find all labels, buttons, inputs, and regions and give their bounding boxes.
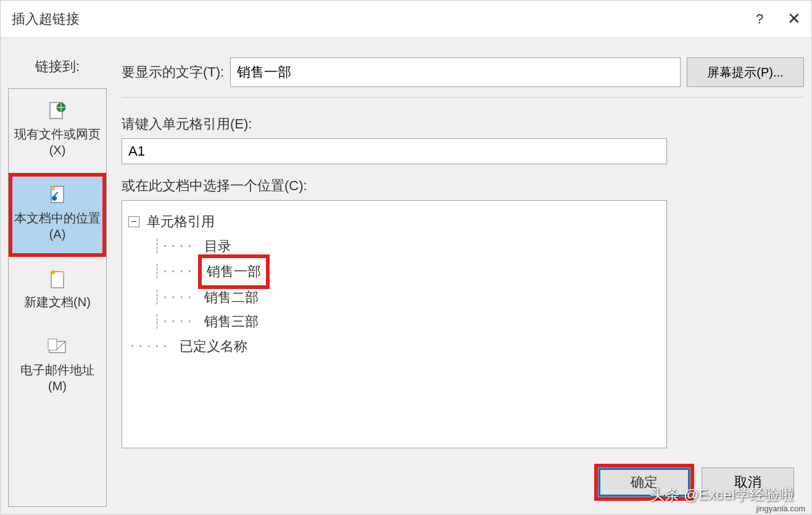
tree-line-icon: ┊···· bbox=[128, 259, 202, 284]
tree-item-label: 已定义名称 bbox=[177, 334, 250, 359]
link-to-label: 链接到: bbox=[8, 57, 107, 76]
target-label: 新建文档(N) bbox=[24, 294, 91, 310]
close-button[interactable]: ✕ bbox=[777, 1, 811, 38]
target-existing-file[interactable]: 现有文件或网页(X) bbox=[9, 89, 106, 173]
dialog-body: 链接到: 现有文件或网页(X) 本文档中的位置(A) bbox=[1, 38, 811, 514]
cancel-button[interactable]: 取消 bbox=[702, 467, 794, 497]
target-label: 本文档中的位置(A) bbox=[12, 210, 102, 242]
tree-node-child[interactable]: ┊···· 销售三部 bbox=[128, 309, 660, 334]
display-text-row: 要显示的文字(T): 屏幕提示(P)... bbox=[122, 57, 804, 87]
svg-point-3 bbox=[52, 196, 57, 201]
help-button[interactable]: ? bbox=[742, 1, 777, 38]
divider bbox=[122, 97, 804, 98]
tree-line-icon: ····· bbox=[128, 334, 177, 359]
tree-item-label: 目录 bbox=[202, 234, 234, 259]
cell-reference-label: 请键入单元格引用(E): bbox=[122, 115, 804, 133]
ok-button-highlight: 确定 bbox=[598, 467, 690, 497]
document-anchor-icon bbox=[46, 184, 68, 206]
link-target-list: 现有文件或网页(X) 本文档中的位置(A) 新建文档(N) bbox=[8, 88, 107, 507]
document-location-tree[interactable]: − 单元格引用 ┊···· 目录 ┊···· 销售一部 ┊···· 销售二部 bbox=[122, 200, 667, 448]
target-new-document[interactable]: 新建文档(N) bbox=[9, 257, 106, 325]
tree-node-child[interactable]: ┊···· 目录 bbox=[128, 234, 660, 259]
tree-line-icon: ┊···· bbox=[128, 285, 202, 310]
display-text-input[interactable] bbox=[230, 57, 681, 87]
tree-item-label: 销售三部 bbox=[202, 309, 261, 334]
tree-item-label: 销售二部 bbox=[202, 285, 261, 310]
dialog-title: 插入超链接 bbox=[12, 10, 742, 28]
target-email-address[interactable]: 电子邮件地址(M) bbox=[9, 325, 106, 409]
cell-reference-input[interactable] bbox=[122, 138, 667, 164]
tree-item-label: 销售一部 bbox=[202, 258, 266, 285]
tree-node-child[interactable]: ┊···· 销售一部 bbox=[128, 258, 660, 285]
tree-item-label: 单元格引用 bbox=[144, 209, 217, 234]
target-label: 电子邮件地址(M) bbox=[12, 362, 102, 394]
globe-document-icon bbox=[46, 100, 68, 122]
svg-rect-7 bbox=[48, 339, 57, 350]
collapse-icon[interactable]: − bbox=[128, 216, 139, 227]
dialog-button-row: 确定 取消 bbox=[598, 467, 794, 497]
titlebar: 插入超链接 ? ✕ bbox=[1, 1, 811, 38]
email-icon bbox=[46, 336, 68, 358]
tree-node-root[interactable]: ····· 已定义名称 bbox=[128, 334, 660, 359]
new-document-icon bbox=[46, 268, 68, 290]
tree-node-root[interactable]: − 单元格引用 bbox=[128, 209, 660, 234]
screen-tip-button[interactable]: 屏幕提示(P)... bbox=[687, 57, 804, 87]
tree-node-child[interactable]: ┊···· 销售二部 bbox=[128, 285, 660, 310]
target-label: 现有文件或网页(X) bbox=[12, 126, 102, 158]
insert-hyperlink-dialog: 插入超链接 ? ✕ 链接到: 现有文件或网页(X) 本文档中的位置 bbox=[0, 0, 812, 515]
display-text-label: 要显示的文字(T): bbox=[122, 63, 224, 82]
link-to-panel: 链接到: 现有文件或网页(X) 本文档中的位置(A) bbox=[8, 45, 107, 507]
tree-line-icon: ┊···· bbox=[128, 309, 202, 334]
ok-button[interactable]: 确定 bbox=[599, 468, 690, 496]
target-this-document[interactable]: 本文档中的位置(A) bbox=[9, 173, 106, 257]
main-panel: 要显示的文字(T): 屏幕提示(P)... 请键入单元格引用(E): 或在此文档… bbox=[107, 45, 804, 507]
tree-line-icon: ┊···· bbox=[128, 234, 202, 259]
document-location-label: 或在此文档中选择一个位置(C): bbox=[122, 177, 804, 195]
titlebar-buttons: ? ✕ bbox=[742, 1, 811, 37]
